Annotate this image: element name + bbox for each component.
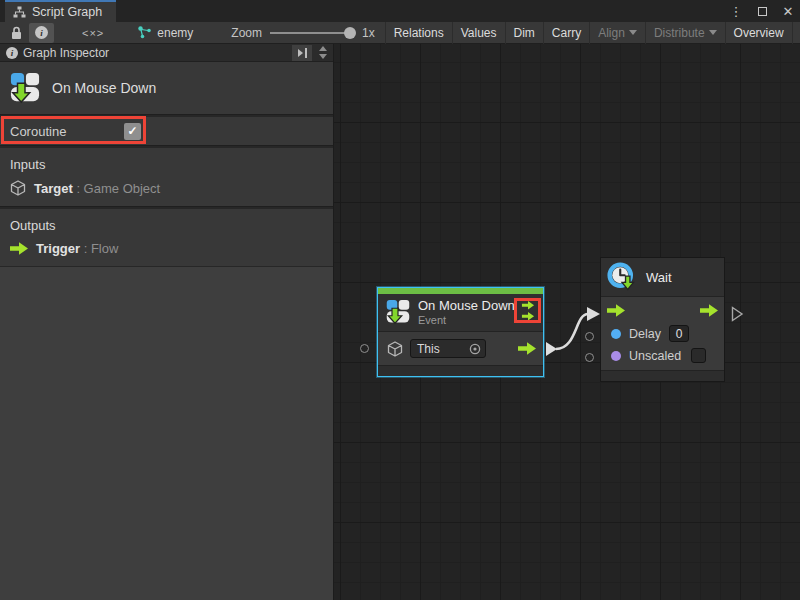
zoom-control: Zoom 1x [231, 26, 374, 40]
flow-arrow-icon [521, 312, 535, 321]
graph-link-icon [138, 26, 152, 39]
script-graph-icon [13, 6, 26, 18]
on-mouse-down-node[interactable]: On Mouse Down Event This [377, 287, 544, 377]
window-close-icon[interactable]: ✕ [780, 4, 796, 19]
dropdown-arrow-icon [629, 30, 637, 35]
graph-inspector-panel: i Graph Inspector On Mouse Down Coroutin… [0, 44, 334, 600]
graph-inspector-header: i Graph Inspector [0, 44, 333, 62]
wait-node-header[interactable]: Wait [601, 258, 724, 297]
input-port-type: : Game Object [76, 181, 160, 196]
inputs-section: Inputs Target : Game Object [0, 148, 333, 206]
coroutine-row: Coroutine ✓ [0, 117, 333, 145]
input-port-name: Target [34, 181, 73, 196]
node-subtitle: Event [418, 314, 515, 326]
output-port-name: Trigger [36, 241, 80, 256]
checkmark-icon: ✓ [127, 124, 137, 138]
tab-script-graph[interactable]: Script Graph [5, 0, 116, 22]
event-node-input-port[interactable] [360, 344, 369, 353]
wait-node[interactable]: Wait Delay 0 Unscaled [600, 257, 725, 382]
flow-output-port[interactable] [518, 342, 536, 355]
timer-clock-icon [607, 262, 637, 292]
window-titlebar: Script Graph ⋮ ✕ [0, 0, 800, 22]
flow-output-port[interactable] [700, 304, 718, 317]
inspector-empty-area [0, 266, 333, 600]
target-picker-icon[interactable] [469, 343, 481, 355]
target-field[interactable]: This [410, 339, 486, 358]
dock-button[interactable] [292, 45, 312, 61]
node-title: On Mouse Down [418, 298, 515, 313]
target-field-value: This [417, 342, 465, 356]
tab-title: Script Graph [32, 5, 102, 19]
scrub-down-icon [319, 54, 327, 59]
wire-start-port[interactable] [546, 342, 557, 356]
scrub-up-icon [319, 46, 327, 51]
node-footer [601, 370, 724, 381]
coroutine-checkbox[interactable]: ✓ [124, 123, 141, 140]
window-controls: ⋮ ✕ [728, 0, 796, 22]
align-button[interactable]: Align [589, 22, 645, 44]
graph-inspector-title: Graph Inspector [23, 46, 109, 60]
graph-name: enemy [157, 26, 193, 40]
flow-input-port[interactable] [607, 304, 625, 317]
wait-output-port[interactable] [731, 306, 744, 322]
dim-button[interactable]: Dim [505, 22, 543, 44]
coroutine-label: Coroutine [10, 124, 66, 139]
zoom-slider-knob[interactable] [344, 27, 356, 39]
values-button[interactable]: Values [452, 22, 505, 44]
dropdown-arrow-icon [709, 30, 717, 35]
info-icon: i [6, 47, 18, 59]
output-port-type: : Flow [84, 241, 119, 256]
graph-toolbar: i <×> enemy Zoom 1x Relations Values Dim… [0, 22, 800, 44]
graph-canvas[interactable]: On Mouse Down Event This [334, 44, 800, 600]
coroutine-indicator-annotated [514, 298, 541, 323]
zoom-value: 1x [362, 26, 375, 40]
lock-icon [10, 26, 23, 40]
window-maximize-icon[interactable] [754, 4, 770, 19]
code-icon: <×> [82, 27, 104, 39]
wait-unscaled-port[interactable] [585, 353, 594, 362]
unscaled-row: Unscaled [601, 345, 724, 366]
dock-icon [297, 46, 308, 60]
mouse-icon [386, 299, 410, 325]
panel-scrubber[interactable] [317, 46, 331, 59]
inspector-toggle-button[interactable]: i [29, 23, 54, 43]
on-mouse-down-node-body: This [378, 332, 543, 365]
cube-icon [10, 180, 26, 196]
full-screen-button[interactable]: Full Screen [792, 22, 800, 44]
input-port-row: Target : Game Object [0, 178, 333, 198]
relations-button[interactable]: Relations [385, 22, 452, 44]
delay-label: Delay [629, 327, 661, 341]
outputs-section: Outputs Trigger : Flow [0, 209, 333, 266]
inspected-unit-title: On Mouse Down [52, 80, 156, 96]
delay-row: Delay 0 [601, 322, 724, 345]
output-port-row: Trigger : Flow [0, 239, 333, 258]
overview-button[interactable]: Overview [725, 22, 792, 44]
inputs-header: Inputs [0, 155, 333, 178]
wait-delay-port[interactable] [585, 332, 594, 341]
inspected-unit-header: On Mouse Down [0, 62, 333, 114]
script-graph-window: Script Graph ⋮ ✕ i <×> enemy Zoom 1x Rel… [0, 0, 800, 600]
cube-icon [387, 341, 403, 357]
flow-arrow-icon [521, 301, 535, 310]
mouse-icon [10, 72, 40, 104]
distribute-button[interactable]: Distribute [645, 22, 725, 44]
node-footer [378, 365, 543, 376]
delay-input[interactable]: 0 [669, 325, 689, 342]
outputs-header: Outputs [0, 216, 333, 239]
lock-button[interactable] [4, 23, 29, 43]
graph-reference[interactable]: enemy [138, 26, 193, 40]
value-port-icon[interactable] [611, 329, 621, 339]
value-port-icon[interactable] [611, 351, 621, 361]
zoom-label: Zoom [231, 26, 262, 40]
node-title: Wait [646, 270, 672, 285]
carry-button[interactable]: Carry [543, 22, 589, 44]
maximize-box [758, 7, 767, 16]
code-preview-button[interactable]: <×> [76, 23, 110, 43]
zoom-slider[interactable] [270, 32, 354, 34]
on-mouse-down-node-header[interactable]: On Mouse Down Event [378, 294, 543, 332]
info-icon: i [35, 26, 48, 39]
wait-flow-row [601, 297, 724, 322]
window-menu-icon[interactable]: ⋮ [728, 4, 744, 19]
unscaled-checkbox[interactable] [691, 348, 706, 363]
toolbar-buttons: Relations Values Dim Carry Align Distrib… [385, 22, 800, 44]
